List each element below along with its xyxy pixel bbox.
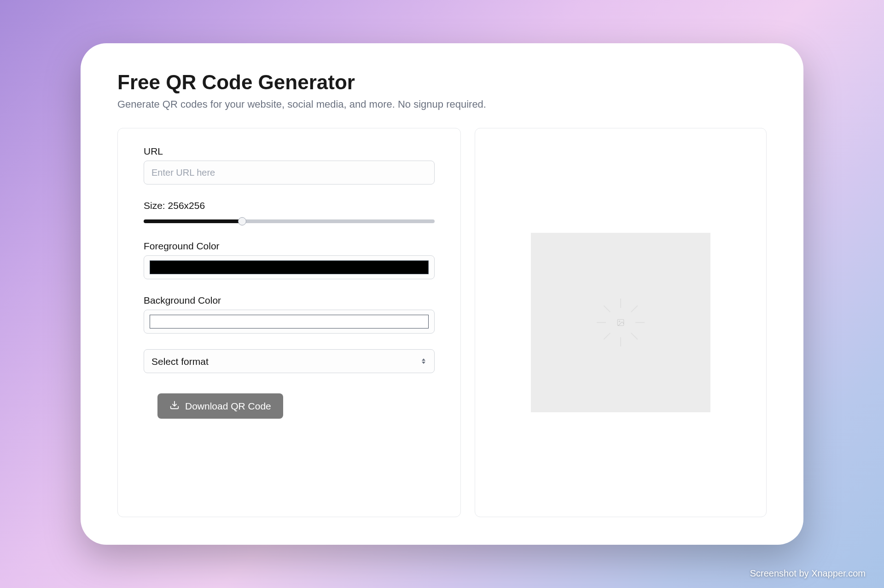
foreground-swatch[interactable]: [150, 260, 429, 274]
preview-panel: [475, 128, 767, 517]
url-input[interactable]: [144, 161, 435, 184]
download-button-label: Download QR Code: [185, 401, 271, 412]
background-field: Background Color: [144, 295, 435, 334]
foreground-color-input[interactable]: [144, 255, 435, 279]
size-label: Size: 256x256: [144, 200, 435, 211]
app-card: Free QR Code Generator Generate QR codes…: [81, 43, 803, 545]
header: Free QR Code Generator Generate QR codes…: [117, 71, 767, 110]
qr-preview-placeholder: [531, 233, 710, 412]
size-field: Size: 256x256: [144, 200, 435, 225]
watermark: Screenshot by Xnapper.com: [750, 568, 866, 579]
background-color-input[interactable]: [144, 310, 435, 334]
url-field: URL: [144, 146, 435, 184]
svg-point-2: [619, 321, 620, 322]
download-button[interactable]: Download QR Code: [157, 393, 283, 419]
page-title: Free QR Code Generator: [117, 71, 767, 94]
background-swatch[interactable]: [150, 315, 429, 329]
foreground-label: Foreground Color: [144, 241, 435, 252]
image-icon: [616, 318, 625, 327]
columns: URL Size: 256x256 Foreground Color Backg…: [117, 128, 767, 517]
size-slider[interactable]: [144, 219, 435, 223]
foreground-field: Foreground Color: [144, 241, 435, 279]
url-label: URL: [144, 146, 435, 157]
page-subtitle: Generate QR codes for your website, soci…: [117, 98, 767, 110]
download-icon: [169, 400, 180, 412]
format-select[interactable]: Select format: [144, 349, 435, 373]
form-panel: URL Size: 256x256 Foreground Color Backg…: [117, 128, 461, 517]
format-field: Select format: [144, 349, 435, 373]
background-label: Background Color: [144, 295, 435, 306]
